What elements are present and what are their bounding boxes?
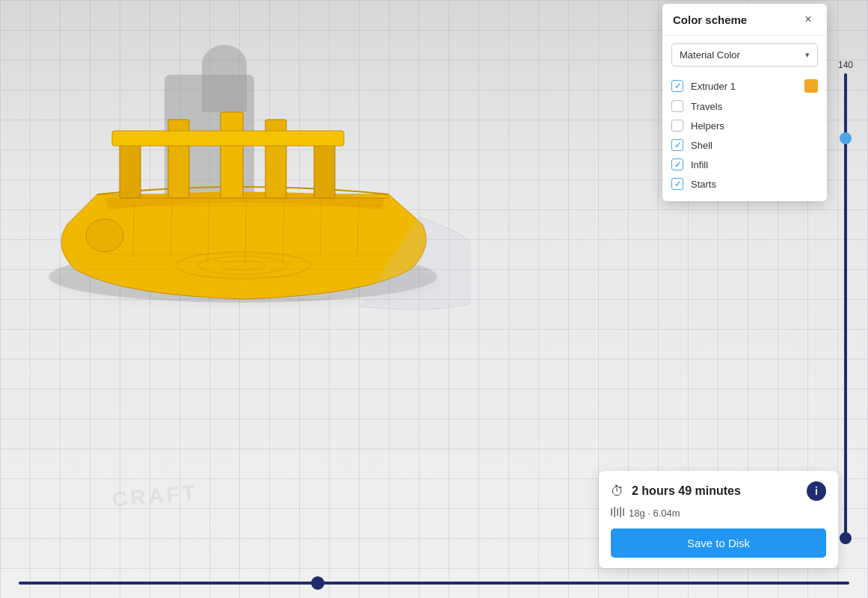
svg-rect-25 bbox=[614, 507, 615, 517]
checkbox-row-shell: Shell bbox=[671, 135, 818, 155]
checkbox-label-starts: Starts bbox=[691, 179, 818, 190]
checkbox-row-helpers: Helpers bbox=[671, 116, 818, 135]
panel-header: Color scheme × bbox=[662, 4, 827, 36]
checkbox-starts[interactable] bbox=[671, 178, 683, 190]
checkbox-label-extruder1: Extruder 1 bbox=[691, 81, 797, 92]
material-weight: 18g · 6.04m bbox=[629, 508, 680, 519]
checkbox-row-infill: Infill bbox=[671, 155, 818, 174]
svg-rect-28 bbox=[623, 508, 624, 516]
color-scheme-dropdown[interactable]: Material Color ▾ bbox=[671, 43, 818, 67]
color-scheme-panel: Color scheme × Material Color ▾ Extruder… bbox=[662, 4, 827, 201]
vertical-layer-slider[interactable]: 140 bbox=[838, 60, 853, 538]
svg-rect-3 bbox=[221, 112, 243, 198]
checkbox-row-travels: Travels bbox=[671, 96, 818, 116]
info-panel: ⏱ 2 hours 49 minutes i 18g · 6.04m Save … bbox=[599, 471, 838, 568]
filament-icon bbox=[611, 507, 624, 520]
svg-rect-6 bbox=[112, 131, 344, 146]
color-swatch-extruder1[interactable] bbox=[804, 79, 818, 93]
panel-body: Material Color ▾ Extruder 1 Travels Help… bbox=[662, 36, 827, 201]
panel-close-button[interactable]: × bbox=[800, 11, 816, 28]
svg-rect-27 bbox=[620, 507, 621, 517]
boat-model-3d bbox=[22, 75, 471, 314]
slider-top-value: 140 bbox=[838, 60, 853, 70]
checkbox-infill[interactable] bbox=[671, 158, 683, 170]
info-button[interactable]: i bbox=[807, 481, 826, 501]
checkbox-label-travels: Travels bbox=[691, 101, 818, 112]
checkbox-shell[interactable] bbox=[671, 139, 683, 151]
material-row: 18g · 6.04m bbox=[611, 507, 826, 520]
checkbox-extruder1[interactable] bbox=[671, 80, 683, 92]
svg-rect-24 bbox=[611, 508, 612, 516]
svg-point-14 bbox=[86, 219, 123, 252]
checkbox-row-starts: Starts bbox=[671, 174, 818, 194]
save-to-disk-button[interactable]: Save to Disk bbox=[611, 528, 826, 558]
chevron-down-icon: ▾ bbox=[805, 50, 810, 60]
timeline-thumb[interactable] bbox=[311, 576, 324, 590]
checkbox-label-infill: Infill bbox=[691, 159, 818, 170]
svg-rect-26 bbox=[617, 508, 618, 516]
clock-icon: ⏱ bbox=[611, 484, 624, 499]
print-time: 2 hours 49 minutes bbox=[632, 484, 799, 498]
checkbox-travels[interactable] bbox=[671, 100, 683, 112]
slider-thumb-bottom[interactable] bbox=[840, 532, 852, 544]
dropdown-value: Material Color bbox=[680, 49, 740, 61]
checkbox-label-shell: Shell bbox=[691, 140, 818, 151]
checkbox-helpers[interactable] bbox=[671, 120, 683, 132]
checkbox-label-helpers: Helpers bbox=[691, 120, 818, 132]
time-row: ⏱ 2 hours 49 minutes i bbox=[611, 481, 826, 501]
timeline-track[interactable] bbox=[19, 582, 849, 585]
panel-title: Color scheme bbox=[673, 13, 747, 26]
slider-track[interactable] bbox=[844, 73, 847, 538]
checkbox-row-extruder1: Extruder 1 bbox=[671, 75, 818, 96]
slider-thumb-top[interactable] bbox=[840, 132, 852, 144]
timeline-slider-container[interactable] bbox=[7, 576, 861, 591]
